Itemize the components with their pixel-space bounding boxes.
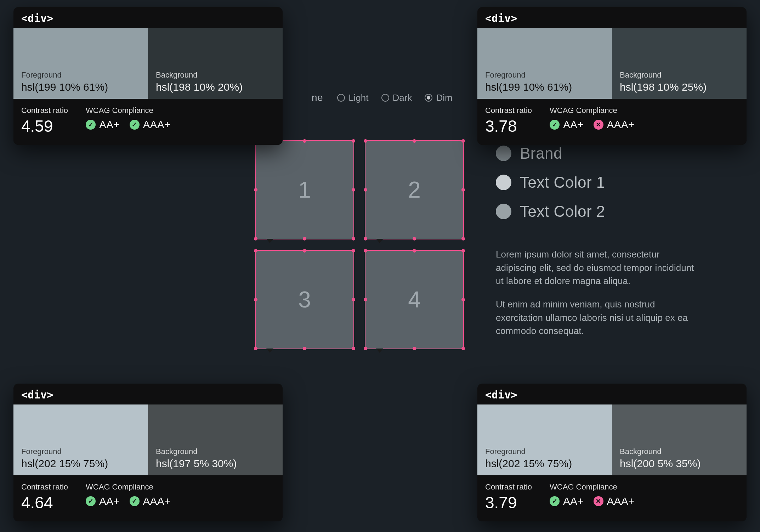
tooltip-anchor-icon: [266, 239, 273, 243]
swatch-value: hsl(197 5% 30%): [156, 458, 275, 470]
selection-handle-icon[interactable]: [352, 298, 355, 301]
selection-handle-icon[interactable]: [254, 188, 257, 192]
selection-handle-icon[interactable]: [364, 298, 367, 301]
x-icon: ✕: [594, 496, 603, 506]
wcag-aaa-pill: ✓ AAA+: [130, 495, 171, 507]
tooltip-anchor-icon: [376, 239, 383, 243]
selection-handle-icon[interactable]: [413, 139, 416, 143]
swatch-label: Background: [620, 70, 739, 80]
wcag-aaa-pill: ✕ AAA+: [594, 119, 635, 131]
metric-label: WCAG Compliance: [550, 106, 634, 115]
contrast-ratio-block: Contrast ratio 4.64: [21, 482, 68, 512]
selection-handle-icon[interactable]: [303, 237, 306, 240]
tooltip-element-tag: <div>: [477, 384, 747, 404]
selection-handle-icon[interactable]: [303, 139, 306, 143]
selection-handle-icon[interactable]: [352, 237, 355, 240]
selection-handle-icon[interactable]: [364, 188, 367, 192]
foreground-swatch: Foreground hsl(202 15% 75%): [13, 404, 148, 475]
wcag-aa-label: AA+: [99, 119, 120, 131]
contrast-tooltip-2: <div> Foreground hsl(199 10% 61%) Backgr…: [477, 7, 747, 145]
swatch-row: Foreground hsl(202 15% 75%) Background h…: [13, 404, 283, 475]
scheme-radio-group: Light Dark Dim: [337, 92, 453, 103]
scheme-radio-label: Dark: [393, 92, 412, 103]
background-swatch: Background hsl(197 5% 30%): [148, 404, 283, 475]
selection-handle-icon[interactable]: [364, 237, 367, 240]
scheme-radio-light[interactable]: Light: [337, 92, 368, 103]
check-icon: ✓: [86, 496, 96, 506]
wcag-block: WCAG Compliance ✓ AA+ ✓ AAA+: [86, 482, 170, 512]
selection-handle-icon[interactable]: [352, 188, 355, 192]
selection-handle-icon[interactable]: [364, 347, 367, 350]
swatch-label: Foreground: [485, 447, 604, 456]
legend-item-text1: Text Color 1: [496, 174, 605, 191]
scheme-radio-label: Dim: [436, 92, 452, 103]
selection-handle-icon[interactable]: [461, 237, 465, 240]
swatch-value: hsl(198 10% 25%): [620, 81, 739, 93]
selection-handle-icon[interactable]: [254, 249, 257, 253]
selection-handle-icon[interactable]: [303, 347, 306, 350]
contrast-tooltip-1: <div> Foreground hsl(199 10% 61%) Backgr…: [13, 7, 283, 145]
grid-cell-2[interactable]: 2: [365, 140, 464, 239]
selection-handle-icon[interactable]: [461, 347, 465, 350]
selection-handle-icon[interactable]: [364, 249, 367, 253]
tooltip-anchor-icon: [376, 349, 383, 353]
grid-cell-number: 1: [298, 177, 311, 203]
selection-handle-icon[interactable]: [413, 347, 416, 350]
foreground-swatch: Foreground hsl(199 10% 61%): [477, 28, 612, 99]
wcag-aa-pill: ✓ AA+: [86, 119, 120, 131]
metric-label: Contrast ratio: [21, 482, 68, 492]
x-icon: ✕: [594, 120, 603, 130]
legend-swatch-icon: [496, 175, 511, 190]
scheme-radio-dark[interactable]: Dark: [381, 92, 412, 103]
swatch-row: Foreground hsl(202 15% 75%) Background h…: [477, 404, 747, 475]
radio-icon: [381, 94, 389, 102]
swatch-value: hsl(199 10% 61%): [485, 81, 604, 93]
grid-cell-3[interactable]: 3: [255, 250, 354, 349]
legend-swatch-icon: [496, 146, 511, 161]
swatch-value: hsl(202 15% 75%): [21, 458, 140, 470]
wcag-aa-label: AA+: [563, 495, 584, 507]
swatch-label: Background: [156, 70, 275, 80]
legend-item-text2: Text Color 2: [496, 203, 605, 220]
grid-cell-number: 3: [298, 287, 311, 313]
check-icon: ✓: [550, 496, 560, 506]
contrast-ratio-value: 3.78: [485, 117, 532, 136]
selection-handle-icon[interactable]: [413, 237, 416, 240]
tooltip-element-tag: <div>: [477, 7, 747, 28]
swatch-value: hsl(202 15% 75%): [485, 458, 604, 470]
tooltip-anchor-icon: [266, 349, 273, 353]
selection-handle-icon[interactable]: [364, 139, 367, 143]
scheme-radio-dim[interactable]: Dim: [425, 92, 452, 103]
paragraph: Ut enim ad minim veniam, quis nostrud ex…: [496, 298, 694, 338]
check-icon: ✓: [550, 120, 560, 130]
selection-handle-icon[interactable]: [461, 249, 465, 253]
wcag-aaa-label: AAA+: [143, 495, 171, 507]
metric-label: Contrast ratio: [485, 106, 532, 115]
selection-handle-icon[interactable]: [413, 249, 416, 253]
wcag-aaa-pill: ✕ AAA+: [594, 495, 635, 507]
metrics-row: Contrast ratio 3.79 WCAG Compliance ✓ AA…: [477, 475, 747, 521]
selection-handle-icon[interactable]: [303, 249, 306, 253]
selection-handle-icon[interactable]: [461, 188, 465, 192]
grid-cell-4[interactable]: 4: [365, 250, 464, 349]
swatch-label: Background: [620, 447, 739, 456]
legend-swatch-icon: [496, 204, 511, 219]
selection-handle-icon[interactable]: [254, 298, 257, 301]
legend-item-brand: Brand: [496, 145, 605, 162]
selection-handle-icon[interactable]: [461, 139, 465, 143]
swatch-label: Background: [156, 447, 275, 456]
swatch-label: Foreground: [21, 447, 140, 456]
selection-handle-icon[interactable]: [254, 347, 257, 350]
selection-handle-icon[interactable]: [254, 237, 257, 240]
selection-handle-icon[interactable]: [461, 298, 465, 301]
swatch-row: Foreground hsl(199 10% 61%) Background h…: [477, 28, 747, 99]
wcag-aa-pill: ✓ AA+: [550, 495, 584, 507]
selection-handle-icon[interactable]: [352, 249, 355, 253]
selection-handle-icon[interactable]: [352, 139, 355, 143]
tooltip-element-tag: <div>: [13, 7, 283, 28]
selection-handle-icon[interactable]: [352, 347, 355, 350]
grid-cell-1[interactable]: 1: [255, 140, 354, 239]
check-icon: ✓: [130, 120, 140, 130]
foreground-swatch: Foreground hsl(202 15% 75%): [477, 404, 612, 475]
metrics-row: Contrast ratio 3.78 WCAG Compliance ✓ AA…: [477, 99, 747, 145]
